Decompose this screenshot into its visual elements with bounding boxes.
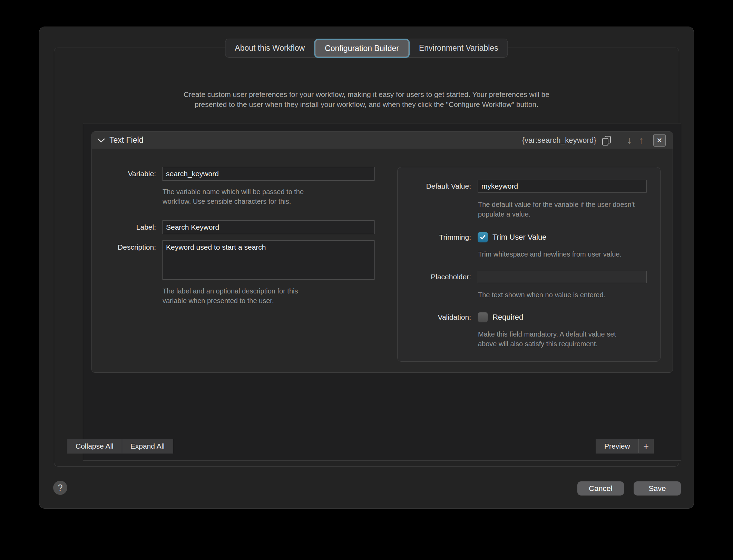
- checkmark-icon: [479, 234, 486, 241]
- description-textarea[interactable]: Keyword used to start a search: [162, 240, 375, 280]
- description-help: The label and an optional description fo…: [163, 286, 318, 306]
- placeholder-label: Placeholder:: [398, 271, 471, 283]
- validation-label: Validation:: [398, 312, 471, 323]
- screen: About this Workflow Configuration Builde…: [0, 0, 733, 560]
- trimming-help: Trim whitespace and newlines from user v…: [478, 249, 651, 259]
- validation-help: Make this field mandatory. A default val…: [478, 329, 635, 349]
- workflow-configuration-window: About this Workflow Configuration Builde…: [39, 27, 694, 509]
- description-label: Description:: [92, 242, 156, 252]
- trim-user-value-label[interactable]: Trim User Value: [492, 233, 546, 242]
- preview-button[interactable]: Preview: [596, 439, 639, 453]
- list-left-controls: Collapse All Expand All: [67, 439, 173, 453]
- variable-token: {var:search_keyword}: [522, 136, 596, 145]
- placeholder-input[interactable]: [478, 271, 647, 283]
- intro-text: Create custom user preferences for your …: [54, 89, 679, 109]
- trimming-row: Trim User Value: [478, 231, 546, 243]
- text-field-card: Text Field {var:search_keyword} ↓ ↑ ✕ Va…: [91, 131, 673, 373]
- default-value-input[interactable]: [478, 180, 647, 193]
- expand-all-button[interactable]: Expand All: [122, 439, 173, 453]
- default-value-help: The default value for the variable if th…: [478, 200, 635, 219]
- intro-line-1: Create custom user preferences for your …: [54, 89, 679, 99]
- preferences-list: Text Field {var:search_keyword} ↓ ↑ ✕ Va…: [83, 123, 681, 461]
- card-header: Text Field {var:search_keyword} ↓ ↑ ✕: [92, 132, 673, 149]
- required-label[interactable]: Required: [492, 313, 523, 322]
- save-button[interactable]: Save: [634, 481, 681, 496]
- default-value-label: Default Value:: [398, 180, 471, 193]
- chevron-down-icon[interactable]: [97, 138, 105, 143]
- tab-bar: About this Workflow Configuration Builde…: [225, 39, 508, 58]
- required-checkbox[interactable]: [478, 312, 488, 322]
- placeholder-help: The text shown when no value is entered.: [478, 290, 651, 300]
- trim-user-value-checkbox[interactable]: [478, 232, 488, 242]
- collapse-all-button[interactable]: Collapse All: [67, 439, 122, 453]
- close-icon[interactable]: ✕: [653, 134, 666, 147]
- tab-configuration-builder[interactable]: Configuration Builder: [314, 39, 410, 58]
- variable-label: Variable:: [92, 167, 156, 181]
- options-group-box: Default Value: The default value for the…: [397, 167, 661, 362]
- configuration-builder-panel: Create custom user preferences for your …: [54, 48, 679, 467]
- list-right-controls: Preview +: [596, 439, 654, 453]
- variable-help: The variable name which will be passed t…: [163, 187, 318, 206]
- copy-icon[interactable]: [602, 135, 611, 146]
- label-label: Label:: [92, 220, 156, 234]
- tab-environment-variables[interactable]: Environment Variables: [410, 39, 508, 57]
- card-header-controls: {var:search_keyword} ↓ ↑ ✕: [522, 134, 666, 147]
- card-title: Text Field: [109, 136, 143, 145]
- help-button[interactable]: ?: [53, 481, 67, 495]
- variable-input[interactable]: [162, 167, 375, 181]
- add-preference-button[interactable]: +: [639, 439, 654, 453]
- move-down-icon[interactable]: ↓: [627, 134, 632, 147]
- trimming-label: Trimming:: [398, 232, 471, 243]
- intro-line-2: presented to the user when they install …: [54, 99, 679, 109]
- tab-about-this-workflow[interactable]: About this Workflow: [225, 39, 314, 57]
- cancel-button[interactable]: Cancel: [577, 481, 624, 496]
- validation-row: Required: [478, 311, 523, 323]
- move-up-icon[interactable]: ↑: [639, 134, 644, 147]
- label-input[interactable]: [162, 220, 375, 234]
